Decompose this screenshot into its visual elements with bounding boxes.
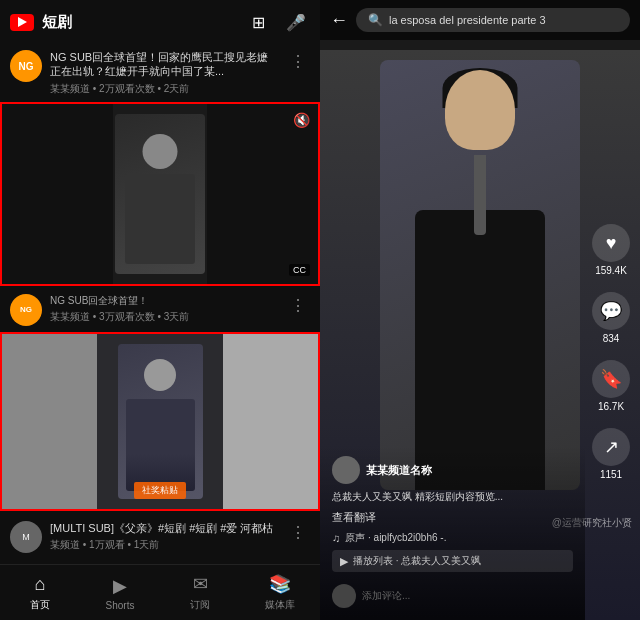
music-icon: ♫ <box>332 532 340 544</box>
thumb-bg-left <box>2 104 113 284</box>
nav-subscribe[interactable]: ✉ 订阅 <box>160 573 240 612</box>
nav-home[interactable]: ⌂ 首页 <box>0 574 80 612</box>
like-action[interactable]: ♥ 159.4K <box>592 224 630 276</box>
video3-sub: 某频道 • 1万观看 • 1天前 <box>50 538 278 552</box>
video2-item[interactable]: 社奖粘贴 <box>0 332 320 511</box>
person-head <box>445 70 515 150</box>
video1-title: NG SUB回全球首望！回家的鹰民工搜见老嬷正在出轨？红嬷开手就向中国了某... <box>50 50 278 79</box>
comment-avatar <box>332 584 356 608</box>
channel-name-right: 某某频道名称 <box>366 463 432 478</box>
video1-sub: 某某频道 • 2万观看次数 • 2天前 <box>50 82 278 96</box>
right-header: ← 🔍 la esposa del presidente parte 3 <box>320 0 640 40</box>
description-text: 总裁夫人又美又飒 精彩短剧内容预览... <box>332 490 573 504</box>
avatar-initials-1: NG <box>19 61 34 72</box>
shorts-icon: ▶ <box>113 575 127 597</box>
content-area: NG NG SUB回全球首望！回家的鹰民工搜见老嬷正在出轨？红嬷开手就向中国了某… <box>0 44 320 564</box>
search-bar[interactable]: 🔍 la esposa del presidente parte 3 <box>356 8 630 32</box>
nav-shorts[interactable]: ▶ Shorts <box>80 575 160 611</box>
channel-row: 某某频道名称 <box>332 456 573 484</box>
channel-avatar-1: NG <box>10 50 42 82</box>
video2-thumb[interactable]: 社奖粘贴 <box>2 334 318 509</box>
bottom-info: 某某频道名称 总裁夫人又美又飒 精彩短剧内容预览... 查看翻译 ♫ 原声 · … <box>320 446 585 620</box>
right-panel: ← 🔍 la esposa del presidente parte 3 ♥ 1… <box>320 0 640 620</box>
left-panel: 短剧 ⊞ 🎤 NG NG SUB回全球首望！回家的鹰民工搜见老嬷正在出轨？红嬷开… <box>0 0 320 620</box>
share-button[interactable]: ↗ <box>592 428 630 466</box>
mic-icon[interactable]: 🎤 <box>282 8 310 36</box>
translate-button[interactable]: 查看翻译 <box>332 510 573 525</box>
home-icon: ⌂ <box>35 574 46 595</box>
subscribe-icon: ✉ <box>193 573 208 595</box>
more-button-2[interactable]: ⋮ <box>286 294 310 317</box>
library-icon: 📚 <box>269 573 291 595</box>
channel-avatar-right <box>332 456 360 484</box>
comment-input-row[interactable]: 添加评论... <box>332 578 573 610</box>
mute-icon[interactable]: 🔇 <box>293 112 310 128</box>
avatar-initials-3: M <box>22 532 30 542</box>
comment-button[interactable]: 💬 <box>592 292 630 330</box>
playlist-icon: ▶ <box>340 555 348 568</box>
cc-badge[interactable]: CC <box>289 264 310 276</box>
side-actions: ♥ 159.4K 💬 834 🔖 16.7K ↗ 1151 <box>592 224 630 480</box>
person-tie <box>474 155 486 235</box>
video2-thumb-wrapper[interactable]: 社奖粘贴 <box>0 332 320 511</box>
thumb-figure-1 <box>115 114 205 274</box>
person-silhouette <box>380 60 580 490</box>
channel-avatar-3: M <box>10 521 42 553</box>
back-button[interactable]: ← <box>330 10 348 31</box>
top-bar: 短剧 ⊞ 🎤 <box>0 0 320 44</box>
page-title: 短剧 <box>42 13 236 32</box>
video2-info: NG SUB回全球首望！ 某某频道 • 3万观看次数 • 3天前 <box>50 294 278 324</box>
search-icon: 🔍 <box>368 13 383 27</box>
comment-placeholder[interactable]: 添加评论... <box>362 589 410 603</box>
bookmark-action[interactable]: 🔖 16.7K <box>592 360 630 412</box>
playlist-row[interactable]: ▶ 播放列表 · 总裁夫人又美又飒 <box>332 550 573 572</box>
comment-action[interactable]: 💬 834 <box>592 292 630 344</box>
video3-meta: M [MULTI SUB]《父亲》#短剧 #短剧 #爱 河都枯 某频道 • 1万… <box>0 513 320 561</box>
bottom-nav: ⌂ 首页 ▶ Shorts ✉ 订阅 📚 媒体库 <box>0 564 320 620</box>
comment-count: 834 <box>603 333 620 344</box>
music-text: 原声 · aiplfycb2i0bh6 -. <box>345 531 446 545</box>
video1-info: NG SUB回全球首望！回家的鹰民工搜见老嬷正在出轨？红嬷开手就向中国了某...… <box>50 50 278 96</box>
video3-info: [MULTI SUB]《父亲》#短剧 #短剧 #爱 河都枯 某频道 • 1万观看… <box>50 521 278 552</box>
video1-meta: NG NG SUB回全球首望！回家的鹰民工搜见老嬷正在出轨？红嬷开手就向中国了某… <box>0 44 320 102</box>
tag-badge: 社奖粘贴 <box>134 482 186 499</box>
thumb-figure-2 <box>118 344 203 499</box>
avatar-initials-2: NG <box>20 305 32 314</box>
playlist-text: 播放列表 · 总裁夫人又美又飒 <box>353 554 481 568</box>
video1-item[interactable]: 🔇 CC <box>0 102 320 286</box>
channel-avatar-2: NG <box>10 294 42 326</box>
video2-meta: NG NG SUB回全球首望！ 某某频道 • 3万观看次数 • 3天前 ⋮ <box>0 288 320 332</box>
like-button[interactable]: ♥ <box>592 224 630 262</box>
video2-sub: 某某频道 • 3万观看次数 • 3天前 <box>50 310 278 324</box>
top-bar-icons: ⊞ 🎤 <box>244 8 310 36</box>
video1-thumb[interactable]: 🔇 CC <box>2 104 318 284</box>
music-row: ♫ 原声 · aiplfycb2i0bh6 -. <box>332 531 573 545</box>
video2-title: NG SUB回全球首望！ <box>50 294 278 307</box>
nav-library[interactable]: 📚 媒体库 <box>240 573 320 612</box>
home-label: 首页 <box>30 598 50 612</box>
video3-title: [MULTI SUB]《父亲》#短剧 #短剧 #爱 河都枯 <box>50 521 278 535</box>
video1-thumb-wrapper[interactable]: 🔇 CC <box>0 102 320 286</box>
share-count: 1151 <box>600 469 622 480</box>
library-label: 媒体库 <box>265 598 295 612</box>
more-button-3[interactable]: ⋮ <box>286 521 310 544</box>
subscribe-label: 订阅 <box>190 598 210 612</box>
youtube-logo <box>10 14 34 31</box>
search-text: la esposa del presidente parte 3 <box>389 14 546 26</box>
yt-logo-icon <box>10 14 34 31</box>
thumb-bg-right <box>207 104 318 284</box>
more-button-1[interactable]: ⋮ <box>286 50 310 73</box>
bookmark-count: 16.7K <box>598 401 624 412</box>
share-action[interactable]: ↗ 1151 <box>592 428 630 480</box>
filter-icon[interactable]: ⊞ <box>244 8 272 36</box>
like-count: 159.4K <box>595 265 627 276</box>
bookmark-button[interactable]: 🔖 <box>592 360 630 398</box>
shorts-label: Shorts <box>106 600 135 611</box>
